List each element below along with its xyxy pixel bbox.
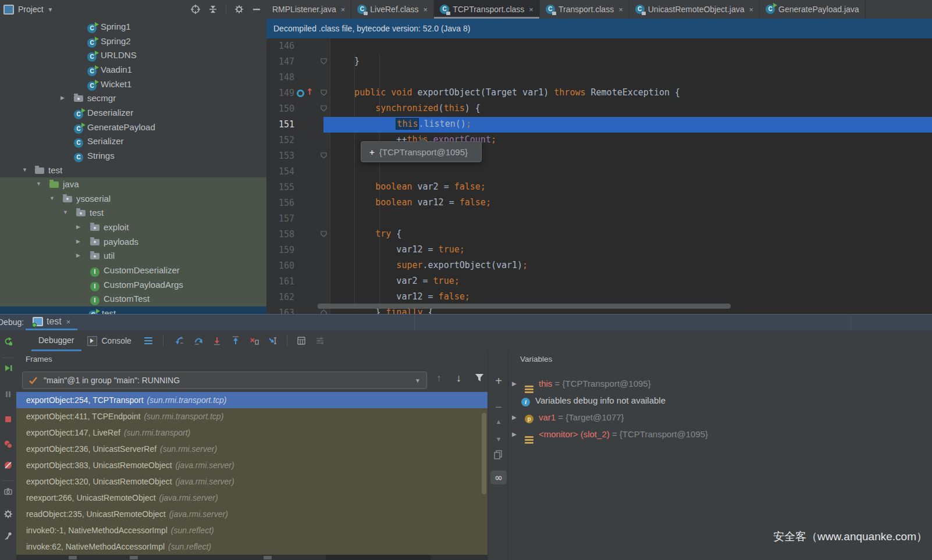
fold-marker-down-icon[interactable] [321,231,327,237]
force-step-into-icon[interactable] [212,336,222,345]
line-number[interactable]: 147 [266,56,294,67]
tree-item-customtest[interactable]: ICustomTest [0,292,266,306]
remove-watch-icon[interactable]: − [488,401,509,414]
collapse-all-icon[interactable] [208,5,218,14]
line-number[interactable]: 149 [266,88,294,98]
close-icon[interactable]: × [341,5,346,14]
tree-item-ysoserial[interactable]: ▼ysoserial [0,192,266,206]
stack-frame-row[interactable]: invoke0:-1, NativeMethodAccessorImpl(sun… [16,522,488,538]
close-icon[interactable]: × [424,5,428,14]
line-number[interactable]: 146 [266,41,294,51]
tree-item-custompayloadargs[interactable]: ICustomPayloadArgs [0,278,266,293]
stack-frame-row[interactable]: exportObject:383, UnicastRemoteObject(ja… [16,457,488,473]
tree-item-wicket1[interactable]: CWicket1 [0,77,266,92]
line-number[interactable]: 162 [266,292,294,302]
frames-scrollbar[interactable] [482,413,486,494]
chevron-collapsed-icon[interactable]: ▶ [512,414,517,420]
step-out-icon[interactable] [231,336,240,345]
evaluate-expression-icon[interactable] [297,336,306,345]
stack-frame-row[interactable]: exportObject:320, UnicastRemoteObject(ja… [16,473,488,490]
tree-item-test[interactable]: ▼test [0,206,266,220]
line-number[interactable]: 154 [266,166,294,177]
line-number[interactable]: 158 [266,229,294,240]
close-icon[interactable]: × [618,5,623,14]
chevron-expanded-icon[interactable]: ▼ [49,195,55,201]
chevron-expanded-icon[interactable]: ▼ [63,209,68,215]
fold-marker-down-icon[interactable] [321,58,327,65]
editor-tab-tcptransport-class[interactable]: CTCPTransport.class× [434,0,540,19]
stack-frame-row[interactable]: exportObject:236, UnicastServerRef(sun.r… [16,441,488,457]
chevron-expanded-icon[interactable]: ▼ [36,181,41,187]
line-number[interactable]: 150 [266,104,294,114]
locate-icon[interactable] [191,5,200,14]
stack-frame-row[interactable]: exportObject:411, TCPEndpoint(sun.rmi.tr… [16,408,488,425]
tree-item-spring2[interactable]: CSpring2 [0,34,266,49]
pause-icon[interactable] [3,390,13,399]
execution-marker-icon[interactable]: ↑ [297,88,316,98]
stack-frame-row[interactable]: reexport:266, UnicastRemoteObject(java.r… [16,490,488,506]
stack-frame-row[interactable]: readObject:235, UnicastRemoteObject(java… [16,506,488,522]
debug-session-tab[interactable]: test × [26,315,77,331]
horizontal-scrollbar[interactable] [318,304,731,309]
project-tool-window-button[interactable]: Project ▼ [3,0,53,19]
code-editor[interactable]: Decompiled .class file, bytecode version… [266,19,932,314]
thread-dropdown[interactable]: "main"@1 in group "main": RUNNING ▼ [22,372,427,389]
line-number[interactable]: 157 [266,213,294,224]
hide-icon[interactable] [252,5,261,14]
chevron-collapsed-icon[interactable]: ▶ [512,431,517,437]
frame-down-icon[interactable]: ↓ [456,372,461,384]
tree-item-test[interactable]: ▼test [0,163,266,178]
stack-frame-row[interactable]: exportObject:147, LiveRef(sun.rmi.transp… [16,425,488,441]
tree-item-customdeserializer[interactable]: ICustomDeserializer [0,263,266,278]
tree-item-urldns[interactable]: CURLDNS [0,48,266,63]
chevron-collapsed-icon[interactable]: ▶ [76,252,80,258]
editor-tab-unicastremoteobject-java[interactable]: CUnicastRemoteObject.java× [629,0,760,19]
editor-tab-generatepayload-java[interactable]: CGeneratePayload.java [760,0,866,19]
variable-row[interactable]: ▶<monitor> (slot_2) = {TCPTransport@1095… [508,426,932,443]
tab-console[interactable]: Console [87,336,131,346]
pin-icon[interactable] [3,532,13,541]
view-breakpoints-icon[interactable] [3,440,13,449]
tree-item-payloads[interactable]: ▶payloads [0,235,266,249]
chevron-expanded-icon[interactable]: ▼ [22,167,27,173]
mute-breakpoints-icon[interactable] [3,461,13,470]
filter-icon[interactable] [475,373,484,382]
chevron-collapsed-icon[interactable]: ▶ [512,380,517,387]
tree-item-deserializer[interactable]: CDeserializer [0,106,266,120]
line-number[interactable]: 159 [266,245,294,255]
line-number[interactable]: 163 [266,308,294,314]
thread-dump-icon[interactable] [3,487,13,496]
stop-icon[interactable] [3,415,13,424]
settings-icon[interactable] [234,5,244,14]
expand-value-icon[interactable]: + [369,147,375,157]
tree-item-serializer[interactable]: CSerializer [0,134,266,149]
editor-tab-rmplistener-java[interactable]: RMPListener.java× [266,0,351,19]
variable-row[interactable]: ▶this = {TCPTransport@1095} [508,376,932,393]
line-number[interactable]: 156 [266,198,294,208]
chevron-collapsed-icon[interactable]: ▶ [76,238,80,244]
add-watch-icon[interactable]: + [488,374,509,388]
run-to-cursor-icon[interactable] [268,336,278,345]
line-number[interactable]: 148 [266,72,294,83]
tree-item-generatepayload[interactable]: CGeneratePayload [0,120,266,135]
tree-item-java[interactable]: ▼java [0,177,266,192]
rerun-icon[interactable] [3,337,13,346]
menu-icon[interactable] [144,337,152,345]
move-up-icon[interactable]: ▲ [488,418,509,425]
frame-up-icon[interactable]: ↑ [436,372,442,384]
line-number[interactable]: 155 [266,182,294,192]
editor-tab-liveref-class[interactable]: CLiveRef.class× [351,0,434,19]
settings-icon[interactable] [3,509,13,519]
tree-item-exploit[interactable]: ▶exploit [0,220,266,235]
tree-item-vaadin1[interactable]: CVaadin1 [0,63,266,77]
fold-marker-down-icon[interactable] [321,152,327,159]
tree-item-test[interactable]: Ctest [0,306,266,314]
line-number[interactable]: 161 [266,276,294,287]
variable-row[interactable]: ▶pvar1 = {Target@1077} [508,409,932,426]
tree-item-util[interactable]: ▶util [0,249,266,263]
fold-marker-down-icon[interactable] [321,90,327,96]
show-execution-point-icon[interactable] [175,336,184,345]
variable-row[interactable]: iVariables debug info not available [508,393,932,409]
stack-frame-row[interactable]: exportObject:254, TCPTransport(sun.rmi.t… [16,392,488,408]
resume-icon[interactable] [3,363,13,373]
